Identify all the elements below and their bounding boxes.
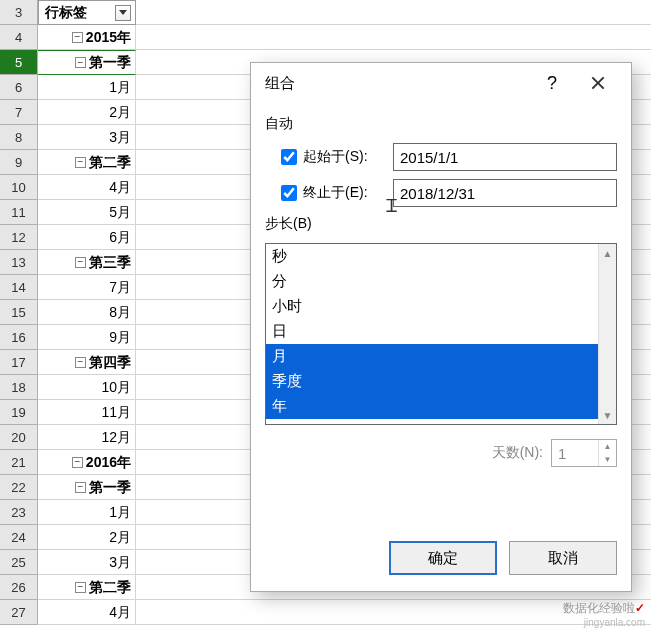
pivot-row-cell[interactable]: 10月 (38, 375, 136, 400)
cell-label: 3月 (109, 550, 131, 575)
end-checkbox[interactable] (281, 185, 297, 201)
row-header[interactable]: 5 (0, 50, 38, 75)
collapse-expander[interactable]: − (72, 457, 83, 468)
row-header[interactable]: 9 (0, 150, 38, 175)
scroll-down-arrow[interactable]: ▼ (599, 406, 616, 424)
cell-label: 9月 (109, 325, 131, 350)
pivot-row-cell[interactable]: −第一季 (38, 50, 136, 75)
row-header[interactable]: 23 (0, 500, 38, 525)
spinner-down-icon[interactable]: ▼ (599, 453, 616, 466)
cell-label: 2月 (109, 525, 131, 550)
step-option[interactable]: 日 (266, 319, 616, 344)
start-checkbox[interactable] (281, 149, 297, 165)
pivot-row-cell[interactable]: 11月 (38, 400, 136, 425)
row-header[interactable]: 24 (0, 525, 38, 550)
cell-label: 第四季 (89, 350, 131, 375)
row-header[interactable]: 18 (0, 375, 38, 400)
step-option[interactable]: 秒 (266, 244, 616, 269)
row-header[interactable]: 3 (0, 0, 38, 25)
row-header[interactable]: 13 (0, 250, 38, 275)
row-header[interactable]: 26 (0, 575, 38, 600)
ok-button[interactable]: 确定 (389, 541, 497, 575)
collapse-expander[interactable]: − (75, 257, 86, 268)
pivot-row-cell[interactable]: −2015年 (38, 25, 136, 50)
filter-dropdown-button[interactable] (115, 5, 131, 21)
row-header[interactable]: 10 (0, 175, 38, 200)
pivot-row-cell[interactable]: −第三季 (38, 250, 136, 275)
row-header[interactable]: 8 (0, 125, 38, 150)
collapse-expander[interactable]: − (72, 32, 83, 43)
days-spinner[interactable]: ▲ ▼ (551, 439, 617, 467)
pivot-row-cell[interactable]: −2016年 (38, 450, 136, 475)
scroll-up-arrow[interactable]: ▲ (599, 244, 616, 262)
spinner-arrows[interactable]: ▲ ▼ (598, 440, 616, 466)
pivot-row-cell[interactable]: 12月 (38, 425, 136, 450)
row-header[interactable]: 16 (0, 325, 38, 350)
cell-label: 3月 (109, 125, 131, 150)
start-date-input[interactable] (393, 143, 617, 171)
scroll-track[interactable] (599, 262, 616, 406)
cell-label: 8月 (109, 300, 131, 325)
row-header[interactable]: 17 (0, 350, 38, 375)
pivot-row-cell[interactable]: −第四季 (38, 350, 136, 375)
step-listbox[interactable]: 秒分小时日月季度年 ▲ ▼ (265, 243, 617, 425)
step-option[interactable]: 小时 (266, 294, 616, 319)
dialog-titlebar[interactable]: 组合 ? (251, 63, 631, 103)
row-header[interactable]: 20 (0, 425, 38, 450)
pivot-row-cell[interactable]: 4月 (38, 600, 136, 625)
row-header[interactable]: 14 (0, 275, 38, 300)
pivot-row-cell[interactable]: 5月 (38, 200, 136, 225)
collapse-expander[interactable]: − (75, 157, 86, 168)
row-header[interactable]: 19 (0, 400, 38, 425)
collapse-expander[interactable]: − (75, 357, 86, 368)
pivot-row-cell[interactable]: 2月 (38, 525, 136, 550)
pivot-row-cell[interactable]: 3月 (38, 125, 136, 150)
end-date-row: 终止于(E): (281, 179, 617, 207)
pivot-row-cell[interactable]: 6月 (38, 225, 136, 250)
pivot-row-cell[interactable]: 3月 (38, 550, 136, 575)
close-button[interactable] (575, 63, 621, 103)
help-button[interactable]: ? (529, 63, 575, 103)
pivot-row-cell[interactable]: 1月 (38, 500, 136, 525)
days-input[interactable] (552, 440, 598, 466)
step-option[interactable]: 年 (266, 394, 616, 419)
cell-label: 第一季 (89, 475, 131, 500)
pivot-field-header-cell[interactable]: 行标签 (38, 0, 136, 25)
pivot-row-cell[interactable]: −第二季 (38, 575, 136, 600)
step-option[interactable]: 季度 (266, 369, 616, 394)
end-date-input[interactable] (393, 179, 617, 207)
step-section-label: 步长(B) (265, 215, 617, 233)
pivot-row-cell[interactable]: −第一季 (38, 475, 136, 500)
row-header[interactable]: 7 (0, 100, 38, 125)
listbox-scrollbar[interactable]: ▲ ▼ (598, 244, 616, 424)
row-header[interactable]: 22 (0, 475, 38, 500)
empty-area[interactable] (136, 25, 651, 50)
pivot-row-cell[interactable]: 4月 (38, 175, 136, 200)
cell-label: 7月 (109, 275, 131, 300)
collapse-expander[interactable]: − (75, 57, 86, 68)
row-header[interactable]: 12 (0, 225, 38, 250)
pivot-row-cell[interactable]: 9月 (38, 325, 136, 350)
pivot-row-cell[interactable]: 1月 (38, 75, 136, 100)
pivot-row-cell[interactable]: 8月 (38, 300, 136, 325)
spinner-up-icon[interactable]: ▲ (599, 440, 616, 453)
cancel-button[interactable]: 取消 (509, 541, 617, 575)
pivot-row-cell[interactable]: 2月 (38, 100, 136, 125)
pivot-row-cell[interactable]: 7月 (38, 275, 136, 300)
close-icon (591, 76, 605, 90)
row-header[interactable]: 11 (0, 200, 38, 225)
row-header[interactable]: 27 (0, 600, 38, 625)
pivot-row-cell[interactable]: −第二季 (38, 150, 136, 175)
step-option[interactable]: 月 (266, 344, 616, 369)
row-header[interactable]: 4 (0, 25, 38, 50)
step-option[interactable]: 分 (266, 269, 616, 294)
row-header[interactable]: 6 (0, 75, 38, 100)
empty-area[interactable] (136, 0, 651, 25)
collapse-expander[interactable]: − (75, 482, 86, 493)
cell-label: 第一季 (89, 50, 131, 75)
collapse-expander[interactable]: − (75, 582, 86, 593)
row-header[interactable]: 25 (0, 550, 38, 575)
row-header[interactable]: 15 (0, 300, 38, 325)
row-header[interactable]: 21 (0, 450, 38, 475)
cell-label: 5月 (109, 200, 131, 225)
